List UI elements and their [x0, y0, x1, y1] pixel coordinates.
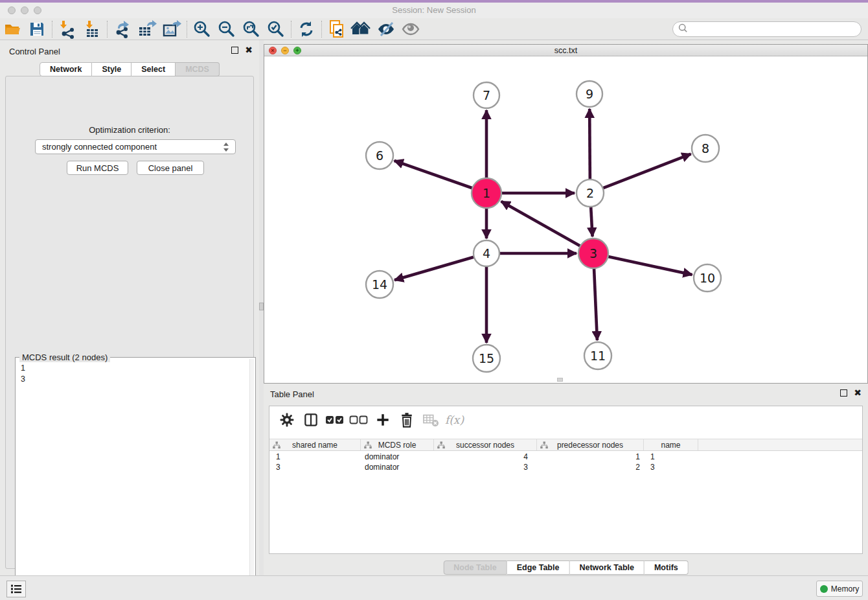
- close-table-panel-icon[interactable]: ✖: [854, 389, 862, 397]
- graph-node-11[interactable]: 11: [584, 342, 611, 369]
- zoom-fit-icon[interactable]: [239, 19, 264, 39]
- table-cell[interactable]: dominator: [361, 462, 434, 472]
- graph-node-9[interactable]: 9: [577, 81, 602, 107]
- window-titlebar[interactable]: Session: New Session: [0, 3, 868, 18]
- graph-node-3[interactable]: 3: [578, 238, 608, 268]
- column-layout-icon[interactable]: [299, 410, 323, 430]
- search-field[interactable]: [672, 21, 862, 37]
- column-header-name[interactable]: name: [644, 439, 698, 450]
- float-table-panel-icon[interactable]: [840, 389, 847, 397]
- result-scrollbar[interactable]: [249, 359, 254, 597]
- refresh-icon[interactable]: [294, 19, 319, 39]
- tab-edge-table[interactable]: Edge Table: [507, 560, 570, 575]
- svg-text:14: 14: [372, 277, 387, 292]
- graph-edge-2-8[interactable]: [602, 154, 691, 189]
- export-table-icon[interactable]: [135, 19, 159, 39]
- run-mcds-button[interactable]: Run MCDS: [67, 161, 128, 175]
- duplicate-network-icon[interactable]: [325, 19, 349, 39]
- save-session-icon[interactable]: [25, 19, 49, 39]
- table-settings-icon[interactable]: [275, 410, 299, 430]
- graph-node-8[interactable]: 8: [692, 135, 719, 162]
- graph-node-1[interactable]: 1: [472, 178, 501, 208]
- hide-selected-icon[interactable]: [374, 19, 398, 39]
- deselect-all-columns-icon[interactable]: [347, 410, 371, 430]
- table-cell[interactable]: 3: [269, 462, 361, 472]
- svg-text:1: 1: [483, 186, 490, 200]
- graph-node-6[interactable]: 6: [366, 142, 393, 169]
- close-panel-button[interactable]: Close panel: [137, 161, 204, 175]
- delete-table-icon[interactable]: [418, 410, 442, 430]
- svg-text:6: 6: [376, 148, 383, 163]
- divider-grip[interactable]: [259, 303, 264, 310]
- criterion-select[interactable]: strongly connected component: [35, 139, 236, 154]
- column-header-MCDS-role[interactable]: MCDS role: [361, 439, 434, 450]
- table-row[interactable]: 3dominator323: [269, 462, 862, 472]
- graph-edge-3-11[interactable]: [594, 267, 597, 340]
- search-input[interactable]: [688, 23, 861, 35]
- export-network-icon[interactable]: [110, 19, 135, 39]
- tab-mcds[interactable]: MCDS: [176, 62, 220, 76]
- export-image-icon[interactable]: [159, 19, 184, 39]
- canvas-scroll-grip[interactable]: [557, 378, 563, 382]
- table-cell[interactable]: 1: [644, 452, 698, 462]
- tab-motifs[interactable]: Motifs: [645, 560, 689, 575]
- table-row[interactable]: 1dominator411: [269, 452, 862, 462]
- float-panel-icon[interactable]: [231, 47, 238, 54]
- open-file-icon[interactable]: [0, 19, 25, 39]
- select-all-columns-icon[interactable]: [323, 410, 347, 430]
- table-cell[interactable]: dominator: [361, 452, 434, 462]
- tab-network-table[interactable]: Network Table: [569, 560, 645, 575]
- table-cell[interactable]: 4: [434, 452, 537, 462]
- show-all-icon[interactable]: [398, 19, 423, 39]
- graph-node-14[interactable]: 14: [366, 271, 393, 298]
- graph-node-7[interactable]: 7: [474, 82, 499, 108]
- table-cell[interactable]: 3: [644, 462, 698, 472]
- task-history-button[interactable]: [6, 581, 26, 597]
- add-column-icon[interactable]: [371, 410, 394, 430]
- graph-edge-3-10[interactable]: [607, 256, 692, 275]
- tab-network[interactable]: Network: [40, 62, 92, 76]
- graph-node-10[interactable]: 10: [694, 264, 721, 292]
- node-table-container: f(x) shared nameMCDS rolesuccessor nodes…: [269, 406, 863, 554]
- zoom-out-icon[interactable]: [214, 19, 239, 39]
- toolbar-separator: [52, 21, 52, 38]
- table-cell[interactable]: 3: [434, 462, 537, 472]
- graph-node-4[interactable]: 4: [474, 240, 499, 266]
- graph-node-2[interactable]: 2: [577, 179, 604, 207]
- column-header-shared-name[interactable]: shared name: [269, 439, 361, 450]
- table-cell[interactable]: 2: [537, 462, 644, 472]
- tab-select[interactable]: Select: [131, 62, 176, 76]
- zoom-in-icon[interactable]: [190, 19, 214, 39]
- panel-divider[interactable]: [259, 40, 264, 575]
- select-stepper-icon: [223, 142, 229, 154]
- column-header-predecessor-nodes[interactable]: predecessor nodes: [537, 439, 644, 450]
- graph-node-15[interactable]: 15: [473, 345, 500, 372]
- import-table-icon[interactable]: [80, 19, 104, 39]
- graph-edge-3-1[interactable]: [501, 202, 582, 247]
- svg-text:15: 15: [479, 351, 494, 365]
- graph-edge-2-9[interactable]: [589, 109, 590, 181]
- close-panel-label: Close panel: [148, 163, 193, 173]
- import-network-icon[interactable]: [55, 19, 80, 39]
- column-header-successor-nodes[interactable]: successor nodes: [434, 439, 537, 450]
- table-cell[interactable]: 1: [537, 452, 644, 462]
- delete-column-icon[interactable]: [394, 410, 418, 430]
- tab-node-table[interactable]: Node Table: [443, 560, 507, 575]
- zoom-selected-icon[interactable]: [264, 19, 288, 39]
- tab-style[interactable]: Style: [92, 62, 131, 76]
- window-title: Session: New Session: [0, 5, 868, 15]
- first-neighbors-icon[interactable]: [349, 19, 374, 39]
- graph-edge-4-14[interactable]: [394, 257, 475, 280]
- svg-text:8: 8: [702, 141, 709, 156]
- network-canvas[interactable]: 7968124314101511: [264, 56, 867, 383]
- memory-button[interactable]: Memory: [816, 581, 863, 597]
- network-frame-titlebar[interactable]: × − + scc.txt: [264, 45, 867, 56]
- graph-edge-1-6[interactable]: [394, 161, 474, 189]
- table-cell[interactable]: 1: [269, 452, 361, 462]
- list-icon: [10, 584, 22, 594]
- close-panel-icon[interactable]: ✖: [245, 47, 253, 54]
- function-builder-icon[interactable]: f(x): [442, 410, 466, 430]
- graph-edge-2-3[interactable]: [591, 205, 593, 237]
- table-toolbar: f(x): [269, 406, 862, 433]
- application-window: Session: New Session: [0, 0, 868, 600]
